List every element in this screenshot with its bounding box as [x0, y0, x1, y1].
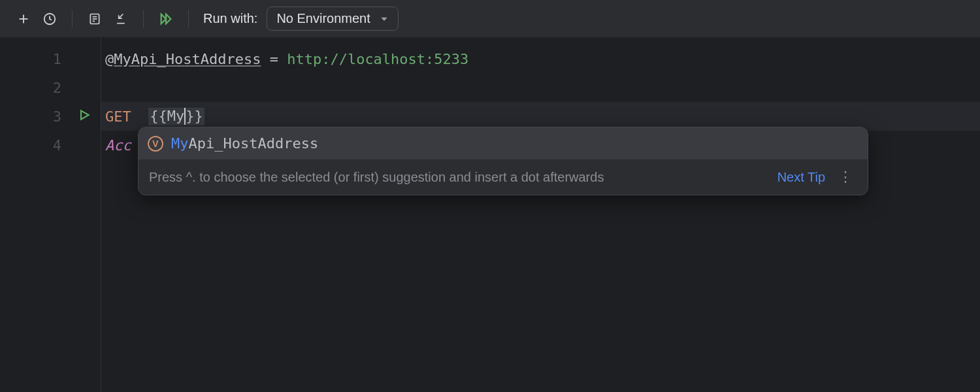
- more-icon[interactable]: ⋮: [834, 169, 857, 186]
- svg-marker-11: [81, 110, 89, 119]
- at-token: @: [105, 51, 114, 67]
- autocomplete-item[interactable]: V MyApi_HostAddress: [139, 127, 868, 159]
- code-line: @MyApi_HostAddress = http://localhost:52…: [101, 44, 980, 73]
- history-icon[interactable]: [38, 7, 61, 31]
- url-token: http://localhost:5233: [287, 51, 468, 67]
- suggestion-text: MyApi_HostAddress: [171, 135, 318, 152]
- template-token: {{My}}: [148, 108, 204, 125]
- header-token: Acc: [105, 137, 131, 154]
- svg-marker-9: [166, 14, 171, 24]
- structure-icon[interactable]: [83, 7, 106, 31]
- toolbar-separator: [143, 10, 144, 27]
- run-all-icon[interactable]: [154, 7, 178, 31]
- gutter-row: 4: [0, 131, 101, 159]
- chevron-down-icon: [380, 14, 389, 24]
- autocomplete-hint: Press ^. to choose the selected (or firs…: [139, 159, 868, 195]
- equals-token: =: [261, 51, 287, 67]
- text-cursor: [184, 108, 186, 125]
- toolbar-separator: [188, 10, 189, 27]
- variable-token: MyApi_HostAddress: [114, 51, 261, 67]
- environment-select[interactable]: No Environment: [267, 7, 398, 31]
- method-token: GET: [105, 108, 131, 125]
- line-number: 2: [53, 80, 61, 96]
- line-number: 4: [53, 137, 61, 154]
- line-number: 1: [53, 51, 61, 67]
- gutter-row: 2: [0, 73, 101, 102]
- add-icon[interactable]: [12, 7, 35, 31]
- gutter: 1 2 3 4: [0, 38, 101, 392]
- run-with-label: Run with:: [203, 11, 257, 26]
- code-area[interactable]: @MyApi_HostAddress = http://localhost:52…: [101, 38, 980, 392]
- toolbar-separator: [72, 10, 73, 27]
- import-icon[interactable]: [109, 7, 133, 31]
- environment-value: No Environment: [276, 11, 370, 26]
- svg-marker-10: [381, 17, 387, 20]
- gutter-row: 3: [0, 102, 101, 131]
- run-line-icon[interactable]: [78, 108, 91, 124]
- gutter-row: 1: [0, 44, 101, 73]
- hint-text: Press ^. to choose the selected (or firs…: [149, 170, 768, 185]
- line-number: 3: [53, 108, 61, 125]
- code-line: [101, 73, 980, 102]
- toolbar: Run with: No Environment: [0, 0, 980, 38]
- variable-badge-icon: V: [148, 136, 163, 152]
- editor: 1 2 3 4 @MyApi_HostAddress = http://loca…: [0, 38, 980, 392]
- autocomplete-popup: V MyApi_HostAddress Press ^. to choose t…: [138, 127, 868, 195]
- next-tip-link[interactable]: Next Tip: [777, 170, 825, 185]
